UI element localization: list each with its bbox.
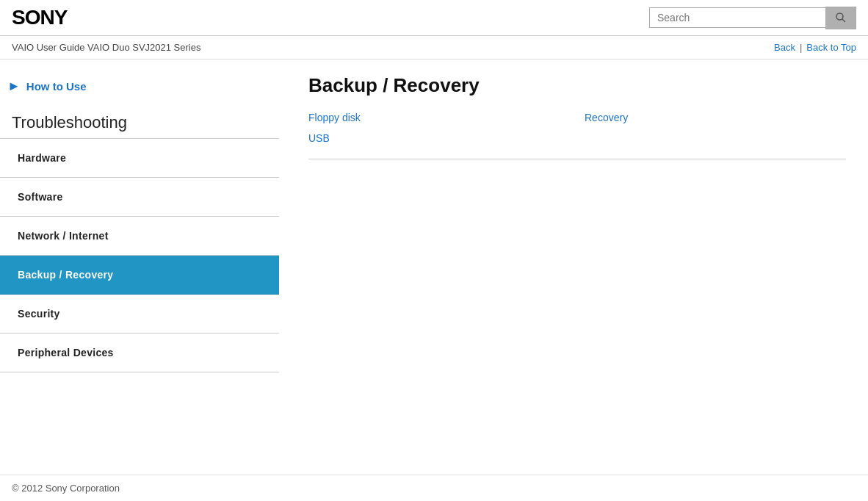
search-area	[649, 7, 856, 29]
sidebar-item-software[interactable]: Software	[0, 178, 279, 217]
arrow-icon: ►	[7, 79, 21, 94]
sidebar-item-hardware[interactable]: Hardware	[0, 139, 279, 178]
breadcrumb-separator: |	[800, 42, 802, 53]
how-to-use-link[interactable]: ► How to Use	[0, 67, 279, 106]
breadcrumb-links: Back | Back to Top	[774, 42, 856, 53]
search-icon	[835, 12, 847, 24]
recovery-link[interactable]: Recovery	[585, 112, 846, 123]
sidebar-item-security[interactable]: Security	[0, 295, 279, 334]
usb-link[interactable]: USB	[308, 132, 570, 144]
how-to-use-label: How to Use	[26, 80, 87, 93]
search-button[interactable]	[825, 7, 856, 29]
header: SONY	[0, 0, 868, 36]
sidebar: ► How to Use Troubleshooting Hardware So…	[0, 67, 279, 387]
breadcrumb-bar: VAIO User Guide VAIO Duo SVJ2021 Series …	[0, 36, 868, 60]
footer: © 2012 Sony Corporation	[0, 475, 868, 501]
sidebar-item-backup-recovery[interactable]: Backup / Recovery	[0, 256, 279, 295]
content-links: Floppy disk Recovery USB	[308, 112, 846, 144]
content-title: Backup / Recovery	[308, 74, 846, 97]
content-divider	[308, 159, 846, 159]
floppy-disk-link[interactable]: Floppy disk	[308, 112, 570, 123]
back-link[interactable]: Back	[774, 42, 795, 53]
content-area: Backup / Recovery Floppy disk Recovery U…	[279, 67, 868, 387]
troubleshooting-header: Troubleshooting	[0, 106, 279, 139]
sidebar-item-network-internet[interactable]: Network / Internet	[0, 217, 279, 256]
back-to-top-link[interactable]: Back to Top	[806, 42, 856, 53]
svg-line-1	[842, 19, 845, 22]
search-input[interactable]	[649, 7, 825, 28]
svg-point-0	[836, 13, 843, 20]
guide-title: VAIO User Guide VAIO Duo SVJ2021 Series	[12, 42, 200, 53]
sidebar-item-peripheral-devices[interactable]: Peripheral Devices	[0, 334, 279, 372]
copyright-text: © 2012 Sony Corporation	[12, 483, 120, 494]
main-layout: ► How to Use Troubleshooting Hardware So…	[0, 60, 868, 387]
sony-logo: SONY	[12, 6, 67, 29]
